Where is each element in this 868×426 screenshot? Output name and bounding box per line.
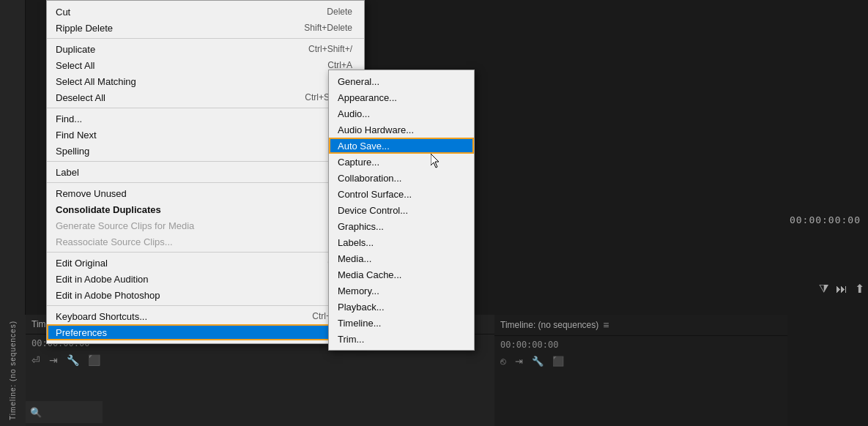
timeline-right-tc: 00:00:00:00 [500, 340, 558, 350]
separator-1 [47, 38, 364, 39]
menu-item-deselect-all-label: Deselect All [56, 92, 275, 103]
export-icon[interactable]: ⬆ [855, 282, 864, 296]
submenu-item-trim[interactable]: Trim... [329, 331, 474, 347]
timeline-icon-2[interactable]: ⇥ [49, 354, 58, 366]
timeline-right-menu[interactable]: ≡ [603, 319, 609, 331]
menu-item-duplicate[interactable]: Duplicate Ctrl+Shift+/ [47, 41, 364, 57]
menu-item-preferences[interactable]: Preferences › [47, 324, 364, 340]
menu-item-duplicate-shortcut: Ctrl+Shift+/ [308, 44, 352, 54]
submenu-item-media-cache-label: Media Cache... [338, 269, 401, 280]
menu-item-reassociate-source-clips-label: Reassociate Source Clips... [56, 236, 323, 247]
menu-item-generate-source-clips: Generate Source Clips for Media [47, 217, 364, 233]
menu-item-find-next[interactable]: Find Next [47, 127, 364, 143]
menu-item-generate-source-clips-label: Generate Source Clips for Media [56, 220, 323, 231]
timeline-right-icons: ⎋ ⇥ 🔧 ⬛ [494, 353, 787, 370]
menu-item-spelling[interactable]: Spelling › [47, 143, 364, 159]
submenu-item-control-surface-label: Control Surface... [338, 189, 412, 200]
submenu-item-control-surface[interactable]: Control Surface... [329, 186, 474, 202]
submenu-item-collaboration[interactable]: Collaboration... [329, 170, 474, 186]
left-sidebar-bottom: Timeline: (no sequences) [0, 315, 26, 426]
menu-item-edit-photoshop-label: Edit in Adobe Photoshop [56, 290, 323, 301]
submenu-item-memory-label: Memory... [338, 285, 379, 296]
submenu-item-general-label: General... [338, 76, 379, 87]
separator-3 [47, 161, 364, 162]
search-bar[interactable]: 🔍 [26, 401, 103, 423]
menu-item-spelling-label: Spelling [56, 146, 344, 157]
submenu-item-playback-label: Playback... [338, 302, 385, 313]
menu-item-consolidate-duplicates-label: Consolidate Duplicates [56, 204, 323, 215]
menu-item-keyboard-shortcuts[interactable]: Keyboard Shortcuts... Ctrl+Alt+K [47, 308, 364, 324]
submenu-item-labels-label: Labels... [338, 237, 374, 248]
submenu-item-audio-hardware-label: Audio Hardware... [338, 124, 414, 135]
menu-item-select-all-label: Select All [56, 60, 298, 71]
icon-lift[interactable]: ⬛ [552, 356, 564, 367]
filter-icon[interactable]: ⧩ [819, 283, 828, 296]
timeline-right: Timeline: (no sequences) ≡ 00:00:00:00 ⎋… [494, 315, 787, 426]
timeline-right-tc-row: 00:00:00:00 [494, 336, 787, 353]
preview-area [498, 0, 795, 315]
menu-item-select-all[interactable]: Select All Ctrl+A [47, 57, 364, 73]
timeline-right-title: Timeline: (no sequences) [500, 320, 598, 330]
separator-4 [47, 182, 364, 183]
menu-item-cut-shortcut: Delete [327, 7, 352, 17]
menu-item-preferences-label: Preferences [56, 327, 344, 338]
submenu-item-playback[interactable]: Playback... [329, 299, 474, 315]
submenu-item-trim-label: Trim... [338, 334, 364, 345]
menu-item-deselect-all[interactable]: Deselect All Ctrl+Shift+A [47, 89, 364, 105]
timeline-icon-3[interactable]: 🔧 [67, 354, 79, 366]
separator-5 [47, 252, 364, 253]
menu-item-remove-unused[interactable]: Remove Unused [47, 185, 364, 201]
submenu-item-media[interactable]: Media... [329, 250, 474, 266]
submenu-item-capture-label: Capture... [338, 157, 379, 168]
menu-item-consolidate-duplicates[interactable]: Consolidate Duplicates [47, 201, 364, 217]
menu-item-edit-audition[interactable]: Edit in Adobe Audition › [47, 271, 364, 287]
menu-item-find-label: Find... [56, 113, 299, 124]
submenu-item-graphics-label: Graphics... [338, 221, 384, 232]
submenu-item-labels[interactable]: Labels... [329, 234, 474, 250]
menu-item-edit-original[interactable]: Edit Original Ctrl+E [47, 255, 364, 271]
menu-item-select-all-shortcut: Ctrl+A [327, 60, 352, 70]
icon-in[interactable]: ⇥ [515, 356, 523, 367]
menu-item-label-label: Label [56, 167, 344, 178]
submenu-item-device-control-label: Device Control... [338, 205, 408, 216]
menu-item-duplicate-label: Duplicate [56, 44, 279, 55]
submenu-item-device-control[interactable]: Device Control... [329, 202, 474, 218]
submenu-item-general[interactable]: General... [329, 73, 474, 89]
submenu-item-timeline-label: Timeline... [338, 318, 381, 329]
timeline-icon-1[interactable]: ⏎ [31, 354, 40, 366]
submenu-item-appearance[interactable]: Appearance... [329, 89, 474, 105]
submenu-item-auto-save[interactable]: Auto Save... [329, 138, 474, 154]
menu-item-remove-unused-label: Remove Unused [56, 188, 323, 199]
submenu-item-media-cache[interactable]: Media Cache... [329, 266, 474, 283]
menu-item-select-all-matching[interactable]: Select All Matching [47, 73, 364, 89]
submenu-item-memory[interactable]: Memory... [329, 283, 474, 299]
submenu-item-capture[interactable]: Capture... [329, 154, 474, 170]
right-panel-icons: ⧩ ⏭ ⬆ [819, 282, 864, 296]
search-icon: 🔍 [30, 407, 42, 418]
timeline-icon-4[interactable]: ⬛ [88, 354, 100, 366]
submenu-item-appearance-label: Appearance... [338, 92, 397, 103]
menu-item-keyboard-shortcuts-label: Keyboard Shortcuts... [56, 311, 283, 322]
preferences-submenu: General... Appearance... Audio... Audio … [328, 70, 475, 351]
menu-item-reassociate-source-clips: Reassociate Source Clips... [47, 233, 364, 250]
menu-item-ripple-delete[interactable]: Ripple Delete Shift+Delete [47, 20, 364, 36]
icon-out[interactable]: 🔧 [532, 356, 544, 367]
submenu-item-graphics[interactable]: Graphics... [329, 218, 474, 234]
menu-item-select-all-matching-label: Select All Matching [56, 76, 323, 87]
menu-item-edit-photoshop[interactable]: Edit in Adobe Photoshop [47, 287, 364, 303]
menu-item-label[interactable]: Label › [47, 164, 364, 180]
menu-item-edit-audition-label: Edit in Adobe Audition [56, 274, 344, 285]
menu-item-ripple-delete-label: Ripple Delete [56, 23, 275, 34]
step-forward-icon[interactable]: ⏭ [836, 283, 847, 296]
menu-item-edit-original-label: Edit Original [56, 258, 298, 269]
menu-item-find[interactable]: Find... Ctrl+F [47, 111, 364, 127]
submenu-item-audio-hardware[interactable]: Audio Hardware... [329, 122, 474, 138]
submenu-item-audio[interactable]: Audio... [329, 105, 474, 122]
icon-marker[interactable]: ⎋ [500, 356, 506, 367]
menu-item-cut-label: Cut [56, 7, 297, 18]
submenu-item-timeline[interactable]: Timeline... [329, 315, 474, 331]
submenu-item-audio-label: Audio... [338, 108, 370, 119]
menu-item-cut[interactable]: Cut Delete [47, 4, 364, 20]
submenu-item-auto-save-label: Auto Save... [338, 141, 390, 152]
program-timecode: 00:00:00:00 [790, 214, 861, 225]
